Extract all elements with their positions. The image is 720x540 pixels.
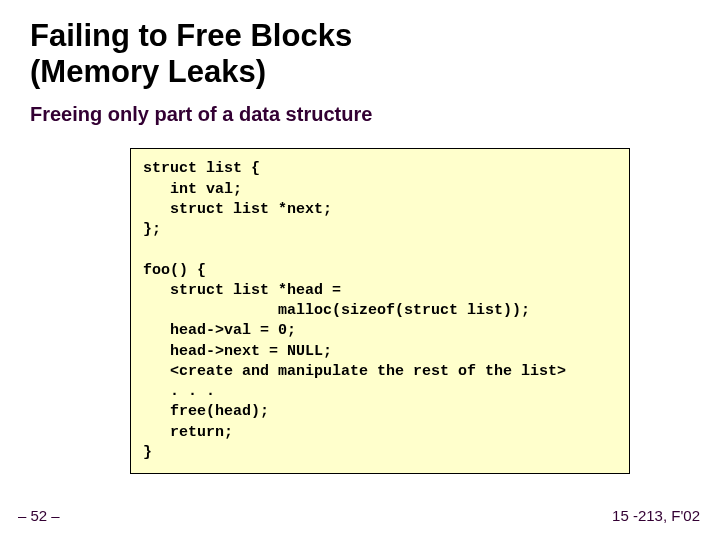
footer-course-id: 15 -213, F'02 <box>612 507 700 524</box>
code-block: struct list { int val; struct list *next… <box>130 148 630 474</box>
slide: Failing to Free Blocks(Memory Leaks) Fre… <box>0 0 720 540</box>
slide-title: Failing to Free Blocks(Memory Leaks) <box>30 18 690 89</box>
slide-subtitle: Freeing only part of a data structure <box>30 103 690 126</box>
footer-page-number: – 52 – <box>18 507 60 524</box>
